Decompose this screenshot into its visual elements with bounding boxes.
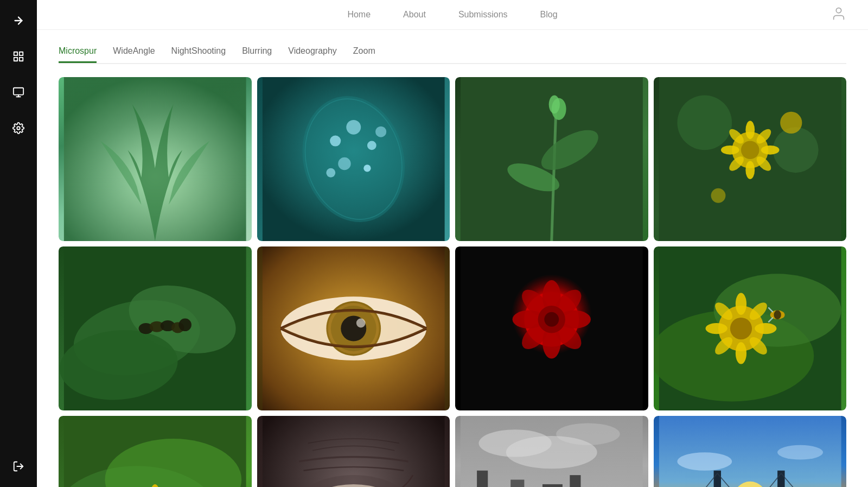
svg-rect-1: [14, 52, 17, 55]
svg-point-17: [367, 141, 376, 150]
svg-point-88: [774, 311, 781, 320]
svg-point-43: [780, 112, 802, 134]
blurring-tab[interactable]: Blurring: [242, 46, 272, 63]
svg-point-31: [677, 96, 732, 150]
about-nav-item[interactable]: About: [403, 10, 426, 19]
svg-point-53: [178, 319, 192, 332]
svg-point-19: [363, 165, 371, 172]
forward-icon[interactable]: [9, 11, 28, 30]
svg-point-78: [735, 293, 746, 315]
svg-point-135: [677, 452, 732, 471]
user-account-icon[interactable]: [831, 6, 846, 23]
svg-point-86: [730, 318, 751, 339]
wideangle-tab[interactable]: WideAngle: [113, 46, 155, 63]
grid-icon[interactable]: [9, 47, 28, 66]
photo-item[interactable]: [257, 77, 450, 241]
photo-item[interactable]: [59, 246, 252, 410]
svg-rect-123: [570, 475, 580, 487]
svg-rect-118: [510, 480, 524, 487]
svg-point-81: [755, 323, 776, 334]
svg-rect-143: [777, 471, 784, 487]
svg-point-15: [330, 135, 341, 146]
home-nav-item[interactable]: Home: [347, 10, 371, 19]
blog-link[interactable]: Blog: [540, 10, 558, 20]
category-tabs: Microspur WideAngle NightShooting Blurri…: [59, 46, 846, 64]
svg-rect-3: [14, 58, 17, 61]
svg-point-8: [17, 127, 20, 130]
svg-point-36: [745, 161, 755, 179]
svg-point-38: [761, 146, 779, 155]
svg-point-10: [836, 8, 841, 13]
svg-point-18: [338, 157, 351, 170]
photo-item[interactable]: [455, 246, 648, 410]
svg-point-35: [745, 121, 755, 140]
svg-point-32: [773, 127, 818, 173]
microspur-tab[interactable]: Microspur: [59, 46, 97, 63]
svg-rect-120: [542, 484, 563, 487]
about-link[interactable]: About: [403, 10, 426, 20]
videography-tab[interactable]: Videography: [288, 46, 337, 63]
photo-item[interactable]: [59, 416, 252, 487]
svg-rect-4: [20, 58, 23, 61]
photo-item[interactable]: [59, 77, 252, 241]
photo-item[interactable]: [455, 416, 648, 487]
svg-point-79: [735, 342, 746, 364]
photo-grid: [59, 77, 846, 487]
photo-item[interactable]: [257, 246, 450, 410]
top-nav: Home About Submissions Blog: [37, 0, 868, 30]
photo-item[interactable]: [654, 246, 847, 410]
zoom-tab[interactable]: Zoom: [353, 46, 375, 63]
svg-point-44: [711, 188, 725, 203]
svg-point-21: [375, 127, 386, 137]
home-link[interactable]: Home: [347, 10, 371, 20]
photo-item[interactable]: [257, 416, 450, 487]
svg-point-136: [777, 445, 823, 460]
svg-rect-2: [20, 52, 23, 55]
svg-point-34: [741, 141, 759, 160]
svg-rect-142: [713, 471, 720, 487]
blog-nav-item[interactable]: Blog: [540, 10, 558, 19]
logout-icon[interactable]: [9, 457, 28, 476]
photo-item[interactable]: [654, 77, 847, 241]
svg-point-20: [326, 168, 335, 178]
settings-icon[interactable]: [9, 118, 28, 138]
photo-item[interactable]: [455, 77, 648, 241]
browser-icon[interactable]: [9, 83, 28, 102]
svg-point-37: [721, 146, 739, 155]
svg-point-16: [346, 120, 361, 135]
submissions-nav-item[interactable]: Submissions: [458, 10, 508, 19]
svg-point-80: [705, 323, 727, 334]
svg-rect-5: [14, 88, 23, 95]
content-area: Microspur WideAngle NightShooting Blurri…: [37, 30, 868, 487]
svg-point-28: [549, 96, 560, 114]
svg-point-114: [506, 436, 597, 469]
svg-rect-116: [477, 471, 488, 487]
nightshooting-tab[interactable]: NightShooting: [171, 46, 226, 63]
main-content: Home About Submissions Blog Microspur Wi…: [37, 0, 868, 487]
svg-point-73: [544, 312, 559, 327]
submissions-link[interactable]: Submissions: [458, 10, 508, 20]
photo-item[interactable]: [654, 416, 847, 487]
nav-links: Home About Submissions Blog: [347, 10, 557, 20]
sidebar: [0, 0, 37, 487]
